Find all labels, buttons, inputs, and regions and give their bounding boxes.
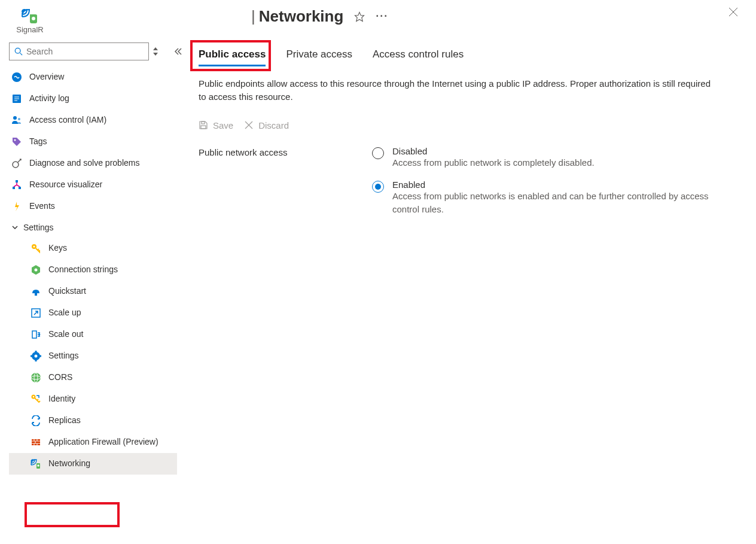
sidebar-item-label: Keys: [48, 243, 67, 254]
events-icon: [11, 201, 22, 212]
sidebar-item-identity[interactable]: Identity: [9, 388, 177, 410]
radio-circle[interactable]: [372, 181, 384, 193]
sidebar-item-label: Application Firewall (Preview): [48, 437, 158, 448]
sidebar-section-label: Settings: [23, 223, 54, 232]
tabs: Public access Private access Access cont…: [199, 45, 738, 66]
svg-rect-18: [13, 187, 15, 189]
chevron-down-icon: [11, 224, 19, 231]
connection-strings-icon: [31, 265, 41, 275]
sidebar-item-quickstart[interactable]: Quickstart: [9, 281, 177, 302]
sidebar-item-label: Access control (IAM): [29, 115, 106, 126]
sidebar-item-diagnose[interactable]: Diagnose and solve problems: [9, 153, 177, 174]
radio-group: Disabled Access from public network is c…: [372, 146, 727, 216]
svg-rect-46: [201, 126, 206, 129]
sidebar-item-label: Events: [29, 201, 55, 212]
main-content: Public access Private access Access cont…: [181, 39, 756, 544]
svg-rect-17: [16, 180, 18, 183]
networking-icon: [31, 458, 41, 469]
sidebar: Overview Activity log Access control (IA…: [0, 39, 181, 544]
search-input[interactable]: [26, 47, 144, 56]
tags-icon: [11, 136, 22, 147]
sidebar-item-tags[interactable]: Tags: [9, 131, 177, 153]
sidebar-item-label: CORS: [48, 372, 72, 383]
discard-label: Discard: [258, 120, 289, 130]
svg-point-0: [32, 17, 35, 20]
sidebar-item-label: Connection strings: [48, 265, 118, 275]
tab-public-access[interactable]: Public access: [199, 45, 266, 66]
save-button[interactable]: Save: [199, 120, 233, 130]
sidebar-item-label: Scale out: [48, 329, 83, 340]
sidebar-nav: Overview Activity log Access control (IA…: [9, 66, 181, 544]
sidebar-item-label: Activity log: [29, 93, 69, 104]
svg-point-36: [33, 396, 35, 398]
discard-button[interactable]: Discard: [244, 120, 289, 130]
sidebar-item-application-firewall[interactable]: Application Firewall (Preview): [9, 431, 177, 453]
radio-option-enabled[interactable]: Enabled Access from public networks is e…: [372, 180, 727, 216]
sidebar-item-overview[interactable]: Overview: [9, 66, 177, 88]
sidebar-item-scale-up[interactable]: Scale up: [9, 302, 177, 324]
sort-updown-icon[interactable]: [153, 47, 158, 56]
radio-description: Access from public networks is enabled a…: [392, 190, 727, 216]
svg-point-13: [13, 116, 17, 120]
svg-point-4: [15, 48, 20, 53]
identity-icon: [31, 394, 41, 405]
svg-rect-23: [35, 293, 37, 296]
close-icon[interactable]: [728, 7, 738, 17]
sidebar-item-access-control[interactable]: Access control (IAM): [9, 110, 177, 131]
radio-option-disabled[interactable]: Disabled Access from public network is c…: [372, 146, 727, 169]
tab-access-control-rules[interactable]: Access control rules: [373, 45, 464, 66]
page-title-bar: | Networking ···: [251, 7, 728, 26]
radio-dot: [375, 184, 381, 190]
activity-log-icon: [11, 93, 22, 104]
radio-description: Access from public network is completely…: [392, 156, 595, 169]
svg-rect-19: [19, 187, 21, 189]
sidebar-section-settings[interactable]: Settings: [9, 217, 177, 238]
search-box[interactable]: [9, 42, 149, 60]
svg-point-16: [13, 162, 19, 168]
svg-rect-25: [32, 331, 36, 338]
overview-icon: [11, 72, 22, 83]
sidebar-item-label: Replicas: [48, 415, 81, 426]
service-logo-area: SignalR: [12, 7, 48, 34]
sidebar-item-label: Settings: [48, 351, 79, 361]
svg-rect-37: [32, 439, 40, 445]
sidebar-item-label: Overview: [29, 72, 64, 83]
svg-point-45: [37, 464, 39, 467]
favorite-star-icon[interactable]: [354, 11, 365, 22]
sidebar-item-label: Identity: [48, 394, 75, 405]
sidebar-item-networking[interactable]: Networking: [9, 453, 177, 475]
save-label: Save: [213, 120, 233, 130]
svg-point-21: [33, 246, 35, 248]
tab-label: Public access: [199, 48, 266, 60]
radio-title: Enabled: [392, 180, 727, 190]
sidebar-item-resource-visualizer[interactable]: Resource visualizer: [9, 174, 177, 196]
tab-description: Public endpoints allow access to this re…: [199, 77, 719, 104]
svg-point-14: [18, 118, 20, 120]
radio-title: Disabled: [392, 146, 595, 156]
sidebar-item-scale-out[interactable]: Scale out: [9, 324, 177, 345]
sidebar-item-keys[interactable]: Keys: [9, 238, 177, 259]
sidebar-item-activity-log[interactable]: Activity log: [9, 88, 177, 110]
replicas-icon: [31, 415, 41, 426]
page-title: Networking: [259, 7, 344, 26]
discard-icon: [244, 120, 254, 130]
svg-marker-7: [153, 53, 158, 56]
sidebar-item-events[interactable]: Events: [9, 196, 177, 217]
svg-point-15: [14, 139, 16, 141]
scale-up-icon: [31, 308, 41, 318]
more-icon[interactable]: ···: [376, 10, 388, 23]
sidebar-item-settings[interactable]: Settings: [9, 345, 177, 367]
title-separator: |: [251, 7, 255, 26]
radio-circle[interactable]: [372, 147, 384, 159]
sidebar-item-cors[interactable]: CORS: [9, 367, 177, 388]
sidebar-item-connection-strings[interactable]: Connection strings: [9, 259, 177, 281]
tab-private-access[interactable]: Private access: [286, 45, 352, 66]
iam-icon: [11, 115, 22, 126]
gear-icon: [31, 351, 41, 361]
svg-marker-6: [153, 47, 158, 50]
sidebar-item-label: Diagnose and solve problems: [29, 158, 139, 169]
svg-marker-1: [355, 12, 364, 21]
tab-label: Private access: [286, 48, 352, 60]
sidebar-item-replicas[interactable]: Replicas: [9, 410, 177, 431]
svg-point-27: [35, 355, 38, 358]
